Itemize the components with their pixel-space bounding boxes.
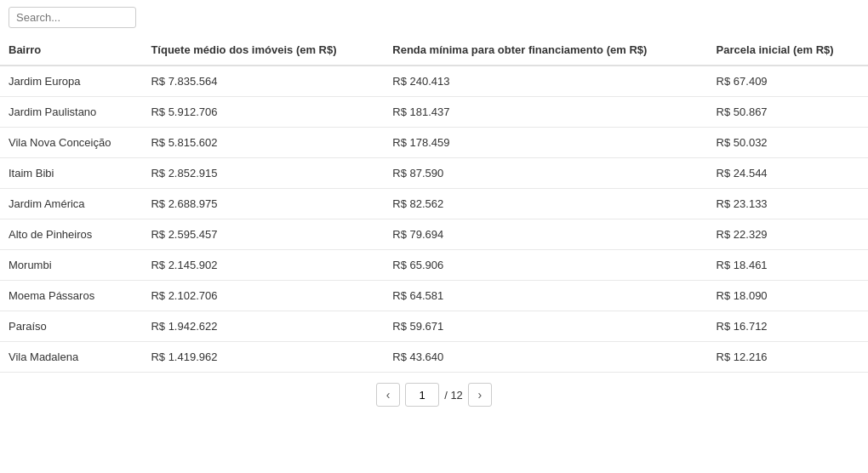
cell-renda: R$ 65.906	[384, 250, 707, 281]
cell-tiquete: R$ 2.595.457	[142, 219, 384, 250]
col-header-bairro: Bairro	[0, 35, 142, 66]
cell-tiquete: R$ 2.102.706	[142, 281, 384, 311]
cell-bairro: Itaim Bibi	[0, 158, 142, 189]
cell-tiquete: R$ 7.835.564	[142, 66, 384, 97]
pagination: ‹ / 12 ›	[0, 373, 868, 417]
cell-parcela: R$ 12.216	[708, 342, 868, 373]
cell-bairro: Jardim Europa	[0, 66, 142, 97]
cell-tiquete: R$ 2.852.915	[142, 158, 384, 189]
cell-parcela: R$ 67.409	[708, 66, 868, 97]
cell-bairro: Paraíso	[0, 311, 142, 342]
table-row: MorumbiR$ 2.145.902R$ 65.906R$ 18.461	[0, 250, 868, 281]
cell-tiquete: R$ 5.815.602	[142, 128, 384, 158]
cell-bairro: Vila Nova Conceição	[0, 128, 142, 158]
total-pages: / 12	[444, 389, 463, 402]
cell-renda: R$ 82.562	[384, 189, 707, 219]
cell-renda: R$ 178.459	[384, 128, 707, 158]
next-page-button[interactable]: ›	[468, 383, 492, 407]
cell-bairro: Jardim Paulistano	[0, 97, 142, 128]
prev-page-button[interactable]: ‹	[376, 383, 400, 407]
cell-parcela: R$ 18.090	[708, 281, 868, 311]
table-row: Itaim BibiR$ 2.852.915R$ 87.590R$ 24.544	[0, 158, 868, 189]
col-header-tiquete: Tíquete médio dos imóveis (em R$)	[142, 35, 384, 66]
table-row: Jardim AméricaR$ 2.688.975R$ 82.562R$ 23…	[0, 189, 868, 219]
cell-tiquete: R$ 1.942.622	[142, 311, 384, 342]
cell-renda: R$ 43.640	[384, 342, 707, 373]
cell-bairro: Moema Pássaros	[0, 281, 142, 311]
search-bar	[0, 0, 868, 35]
table-row: Moema PássarosR$ 2.102.706R$ 64.581R$ 18…	[0, 281, 868, 311]
table-row: Vila Nova ConceiçãoR$ 5.815.602R$ 178.45…	[0, 128, 868, 158]
cell-renda: R$ 79.694	[384, 219, 707, 250]
table-row: Alto de PinheirosR$ 2.595.457R$ 79.694R$…	[0, 219, 868, 250]
cell-tiquete: R$ 1.419.962	[142, 342, 384, 373]
cell-bairro: Jardim América	[0, 189, 142, 219]
cell-bairro: Morumbi	[0, 250, 142, 281]
col-header-renda: Renda mínima para obter financiamento (e…	[384, 35, 707, 66]
cell-tiquete: R$ 2.688.975	[142, 189, 384, 219]
cell-parcela: R$ 24.544	[708, 158, 868, 189]
cell-bairro: Vila Madalena	[0, 342, 142, 373]
cell-parcela: R$ 23.133	[708, 189, 868, 219]
cell-renda: R$ 87.590	[384, 158, 707, 189]
cell-renda: R$ 240.413	[384, 66, 707, 97]
cell-parcela: R$ 50.867	[708, 97, 868, 128]
data-table: Bairro Tíquete médio dos imóveis (em R$)…	[0, 35, 868, 373]
cell-tiquete: R$ 5.912.706	[142, 97, 384, 128]
cell-parcela: R$ 22.329	[708, 219, 868, 250]
cell-bairro: Alto de Pinheiros	[0, 219, 142, 250]
cell-parcela: R$ 18.461	[708, 250, 868, 281]
col-header-parcela: Parcela inicial (em R$)	[708, 35, 868, 66]
table-row: Jardim PaulistanoR$ 5.912.706R$ 181.437R…	[0, 97, 868, 128]
cell-parcela: R$ 16.712	[708, 311, 868, 342]
table-row: Vila MadalenaR$ 1.419.962R$ 43.640R$ 12.…	[0, 342, 868, 373]
search-input[interactable]	[9, 7, 136, 28]
cell-renda: R$ 59.671	[384, 311, 707, 342]
table-row: ParaísoR$ 1.942.622R$ 59.671R$ 16.712	[0, 311, 868, 342]
cell-parcela: R$ 50.032	[708, 128, 868, 158]
table-body: Jardim EuropaR$ 7.835.564R$ 240.413R$ 67…	[0, 66, 868, 373]
cell-tiquete: R$ 2.145.902	[142, 250, 384, 281]
cell-renda: R$ 181.437	[384, 97, 707, 128]
cell-renda: R$ 64.581	[384, 281, 707, 311]
current-page-input[interactable]	[405, 383, 439, 407]
table-row: Jardim EuropaR$ 7.835.564R$ 240.413R$ 67…	[0, 66, 868, 97]
table-header: Bairro Tíquete médio dos imóveis (em R$)…	[0, 35, 868, 66]
